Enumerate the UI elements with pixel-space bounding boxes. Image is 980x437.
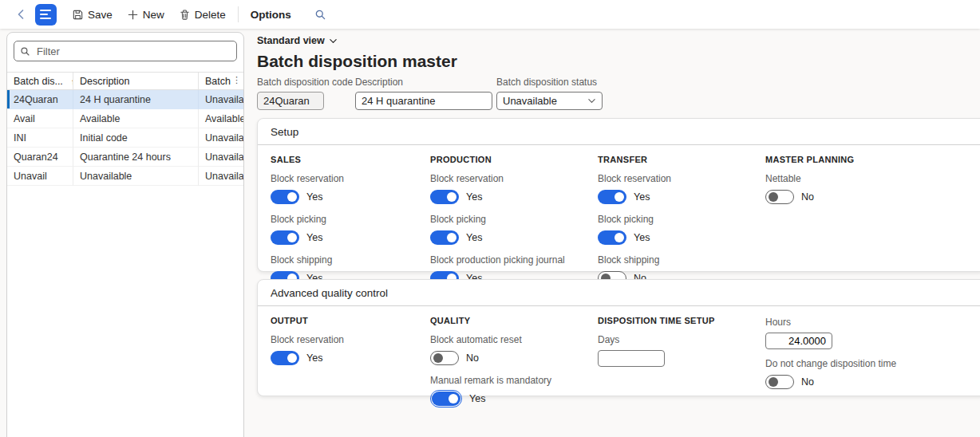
toolbar-divider [238,6,239,22]
group-quality: QUALITY Block automatic reset No Manual … [430,312,598,407]
toggle-manual-remark-mandatory[interactable] [432,392,460,406]
group-hours: Hours Do not change disposition time No [765,312,973,407]
toggle-production-block-picking[interactable] [430,230,459,245]
save-label: Save [88,9,113,21]
list-row-quaran24[interactable]: Quaran24 Quarantine 24 hours Unavailable [7,148,243,167]
page-header: Standard view Batch disposition master [257,35,457,71]
advanced-quality-control-section: Advanced quality control OUTPUT Block re… [257,279,980,396]
filter-field [14,41,237,61]
setup-section-body: SALES Block reservation Yes Block pickin… [258,145,980,286]
group-sales: SALES Block reservation Yes Block pickin… [271,151,430,286]
toggle-nettable[interactable] [765,190,794,204]
code-input[interactable] [257,92,324,110]
page-title: Batch disposition master [257,52,457,71]
group-production: PRODUCTION Block reservation Yes Block p… [430,151,598,286]
filter-input[interactable] [35,45,231,58]
search-icon [314,9,326,21]
toggle-transfer-block-reservation[interactable] [598,190,626,204]
toggle-production-block-reservation[interactable] [430,190,459,204]
save-icon [72,9,84,21]
plus-icon [127,9,139,21]
group-master-planning: MASTER PLANNING Nettable No [765,151,973,286]
field-batch-disposition-code: Batch disposition code [257,77,355,110]
group-transfer: TRANSFER Block reservation Yes Block pic… [598,151,765,286]
records-list-panel: Batch dis... ↑ Description Batch ⋮ 24Qua… [6,32,244,437]
app-bar-menu-button[interactable] [35,4,57,26]
column-options-icon[interactable]: ⋮ [232,76,241,85]
new-button[interactable]: New [120,4,172,26]
setup-section: Setup SALES Block reservation Yes Block … [257,118,980,272]
list-row-24quaran[interactable]: 24Quaran 24 H quarantine Unavailable [7,90,243,109]
options-button[interactable]: Options [243,4,298,26]
toggle-transfer-block-picking[interactable] [598,230,626,245]
focused-toggle-outline [430,390,462,407]
setup-section-header[interactable]: Setup [258,119,980,145]
toggle-do-not-change-disposition-time[interactable] [765,375,794,389]
hamburger-icon [40,10,51,11]
back-button[interactable] [10,3,32,26]
advanced-section-body: OUTPUT Block reservation Yes QUALITY Blo… [258,306,980,407]
column-header-status[interactable]: Batch ⋮ [199,73,243,89]
view-selector[interactable]: Standard view [257,35,457,46]
status-dropdown-value: Unavailable [503,95,557,107]
list-header-row: Batch dis... ↑ Description Batch ⋮ [7,72,243,90]
field-batch-disposition-status: Batch disposition status Unavailable [496,77,608,110]
list-row-avail[interactable]: Avail Available Available [7,109,243,128]
column-header-description[interactable]: Description [73,73,199,89]
new-label: New [143,9,164,21]
header-fields: Batch disposition code Description Batch… [257,77,608,110]
group-output: OUTPUT Block reservation Yes [271,312,430,407]
toggle-block-automatic-reset[interactable] [430,351,459,365]
toggle-sales-block-reservation[interactable] [271,190,299,204]
trash-icon [179,9,191,21]
list-row-ini[interactable]: INI Initial code Unavailable [7,128,243,148]
view-selector-label: Standard view [257,35,325,46]
status-field-label: Batch disposition status [496,77,608,88]
group-disposition-time-setup: DISPOSITION TIME SETUP Days [598,312,765,407]
code-field-label: Batch disposition code [257,77,355,88]
advanced-section-header[interactable]: Advanced quality control [258,280,980,306]
toggle-output-block-reservation[interactable] [271,351,299,365]
chevron-down-icon [587,96,596,105]
status-dropdown[interactable]: Unavailable [496,92,603,110]
back-arrow-icon [14,8,27,21]
options-label: Options [251,9,291,21]
command-bar: Save New Delete Options [0,0,980,29]
column-header-code[interactable]: Batch dis... ↑ [7,73,73,89]
description-input[interactable] [355,92,492,110]
toggle-sales-block-picking[interactable] [271,230,299,245]
list-row-unavail[interactable]: Unavail Unavailable Unavailable [7,167,243,186]
filter-search-icon [20,46,30,57]
hours-input[interactable] [765,333,832,349]
toolbar-search-button[interactable] [310,4,331,26]
delete-label: Delete [195,9,226,21]
field-description: Description [355,77,496,110]
chevron-down-icon [329,37,338,45]
save-button[interactable]: Save [65,4,120,26]
days-input[interactable] [598,350,665,367]
description-field-label: Description [355,77,496,88]
delete-button[interactable]: Delete [172,4,233,26]
